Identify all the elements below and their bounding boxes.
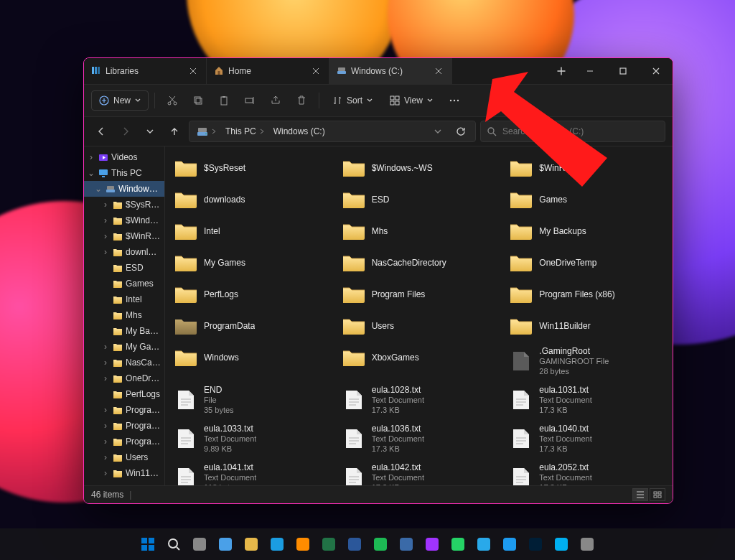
tree-node[interactable]: ⌄ This PC (84, 165, 164, 181)
expand-toggle[interactable]: › (101, 452, 110, 462)
file-item[interactable]: Program Files (x86) (506, 280, 667, 309)
expand-toggle[interactable]: › (101, 231, 110, 241)
sort-button[interactable]: Sort (325, 91, 380, 110)
file-item[interactable]: $SysReset (171, 154, 332, 182)
tree-node[interactable]: › $WinREAgent (84, 228, 164, 244)
file-item[interactable]: My Backups (506, 217, 667, 246)
details-view-button[interactable] (632, 488, 648, 501)
tiles-view-button[interactable] (650, 488, 665, 501)
taskbar-app-widgets[interactable] (215, 533, 236, 555)
file-item[interactable]: OneDriveTemp (506, 248, 667, 277)
taskbar-app-vlc[interactable] (292, 533, 314, 555)
tree-node[interactable]: › $Windows.~WS (84, 213, 164, 228)
expand-toggle[interactable]: › (101, 342, 110, 352)
tree-node[interactable]: › Users (84, 449, 164, 465)
taskbar-app-spotify[interactable] (370, 533, 391, 555)
taskbar-app-start[interactable] (137, 533, 159, 555)
tab[interactable]: Home (207, 58, 329, 84)
address-history-button[interactable] (428, 121, 448, 141)
file-item[interactable]: eula.1028.txtText Document17.3 KB (339, 382, 500, 418)
refresh-button[interactable] (451, 121, 471, 141)
file-item[interactable]: downloads (171, 185, 332, 214)
tree-node[interactable]: › Program Files (84, 402, 164, 418)
file-item[interactable]: $Windows.~WS (339, 154, 500, 182)
taskbar-app-taskview[interactable] (189, 533, 210, 555)
file-item[interactable]: .GamingRootGAMINGROOT File28 bytes (506, 343, 667, 379)
tree-node[interactable]: ESD (84, 260, 164, 276)
file-item[interactable]: eula.1040.txtText Document17.3 KB (506, 421, 667, 457)
tab[interactable]: Libraries (84, 58, 207, 84)
new-tab-button[interactable] (549, 58, 574, 84)
taskbar-app-skype[interactable] (551, 533, 572, 555)
tree-node[interactable]: PerfLogs (84, 386, 164, 402)
file-item[interactable]: Users (339, 312, 500, 340)
share-button[interactable] (264, 89, 287, 112)
expand-toggle[interactable]: ⌄ (87, 168, 95, 178)
expand-toggle[interactable]: › (101, 215, 110, 225)
taskbar-app-powertoys[interactable] (395, 533, 417, 555)
recent-locations-button[interactable] (140, 121, 160, 141)
breadcrumb-segment[interactable]: Windows (C:) (271, 125, 328, 138)
taskbar-app-excel[interactable] (318, 533, 340, 555)
file-list[interactable]: $SysReset$Windows.~WS$WinREAgentdownload… (165, 146, 673, 485)
taskbar-app-twitter[interactable] (499, 533, 520, 555)
tree-node[interactable]: › Program Files (x86) (84, 418, 164, 434)
tree-node[interactable]: Intel (84, 291, 164, 307)
expand-toggle[interactable]: › (101, 437, 110, 447)
taskbar-app-search[interactable] (163, 533, 184, 555)
file-item[interactable]: ENDFile35 bytes (171, 382, 332, 418)
tree-node[interactable]: › Windows (84, 481, 164, 485)
file-item[interactable]: $WinREAgent (506, 154, 667, 182)
expand-toggle[interactable]: › (101, 358, 110, 368)
expand-toggle[interactable]: › (101, 247, 110, 257)
tree-node[interactable]: My Backups (84, 323, 164, 339)
rename-button[interactable] (238, 89, 261, 112)
tree-node[interactable]: Games (84, 276, 164, 291)
taskbar-app-photoshop[interactable] (525, 533, 546, 555)
file-item[interactable]: Mhs (339, 217, 500, 246)
file-item[interactable]: eula.1031.txtText Document17.3 KB (506, 382, 667, 418)
taskbar-app-settings[interactable] (576, 533, 598, 555)
delete-button[interactable] (290, 89, 313, 112)
minimize-button[interactable] (574, 58, 607, 84)
file-item[interactable]: Intel (171, 217, 332, 246)
taskbar-app-word[interactable] (344, 533, 365, 555)
up-button[interactable] (164, 121, 184, 141)
expand-toggle[interactable]: ⌄ (94, 184, 103, 194)
file-item[interactable]: My Games (171, 248, 332, 277)
navigation-tree[interactable]: › Videos⌄ This PC⌄ Windows (C:)› $SysRes… (84, 146, 165, 485)
file-item[interactable]: XboxGames (339, 343, 500, 372)
tab-close-button[interactable] (187, 65, 199, 77)
file-item[interactable]: PerfLogs (171, 280, 332, 309)
tree-node[interactable]: › downloads (84, 244, 164, 260)
expand-toggle[interactable]: › (101, 468, 110, 478)
more-button[interactable] (443, 89, 466, 112)
forward-button[interactable] (116, 121, 136, 141)
taskbar-app-edge[interactable] (266, 533, 288, 555)
search-box[interactable] (480, 121, 665, 142)
file-item[interactable]: ESD (339, 185, 500, 214)
breadcrumb-segment[interactable]: This PC (223, 125, 268, 138)
taskbar-app-telegram[interactable] (473, 533, 495, 555)
view-toggle[interactable] (632, 488, 665, 501)
file-item[interactable]: NasCacheDirectory (339, 248, 500, 277)
tab[interactable]: Windows (C:) (329, 58, 452, 84)
file-item[interactable]: Program Files (339, 280, 500, 309)
search-input[interactable] (501, 126, 659, 137)
view-button[interactable]: View (383, 91, 440, 110)
expand-toggle[interactable]: › (101, 373, 110, 383)
expand-toggle[interactable]: › (101, 405, 110, 415)
tree-node[interactable]: › OneDriveTemp (84, 370, 164, 386)
tab-close-button[interactable] (433, 65, 444, 77)
taskbar-app-whatsapp[interactable] (447, 533, 469, 555)
tree-node[interactable]: › My Games (84, 339, 164, 355)
tree-node[interactable]: › ProgramData (84, 434, 164, 449)
expand-toggle[interactable]: › (101, 200, 110, 210)
file-item[interactable]: Games (506, 185, 667, 214)
breadcrumb-root-icon[interactable] (194, 124, 220, 139)
tree-node[interactable]: › Win11Builder (84, 465, 164, 481)
tree-node[interactable]: Mhs (84, 307, 164, 323)
tree-node[interactable]: › $SysReset (84, 197, 164, 213)
file-item[interactable]: eula.1041.txtText Document118 bytes (171, 459, 332, 485)
address-bar[interactable]: This PC Windows (C:) (189, 121, 476, 142)
